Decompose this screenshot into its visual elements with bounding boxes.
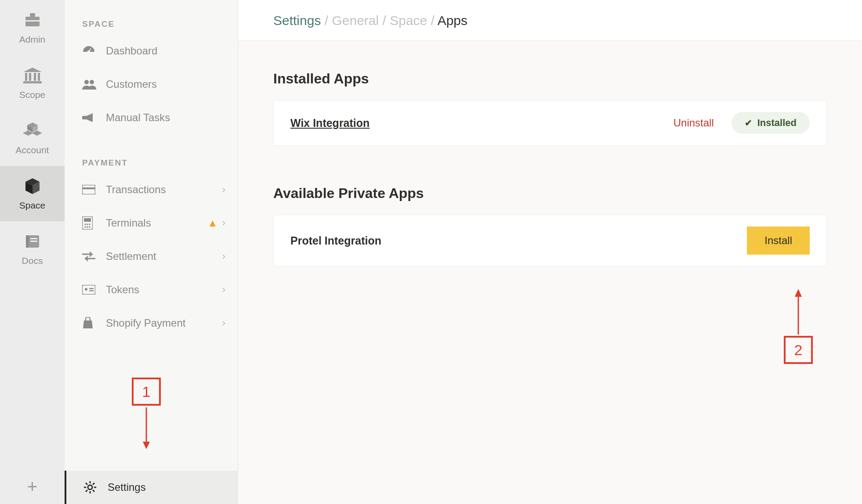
breadcrumb-sep: / [325, 13, 328, 28]
idcard-icon [82, 285, 101, 295]
heading-installed: Installed Apps [273, 71, 827, 87]
gauge-icon [82, 45, 101, 57]
rail-add-button[interactable]: + [0, 469, 65, 504]
rail-item-account[interactable]: Account [0, 111, 65, 166]
bag-icon [82, 317, 101, 329]
breadcrumb-sep: / [383, 13, 386, 28]
book-icon [24, 231, 41, 252]
briefcase-icon [24, 10, 41, 31]
svg-point-40 [88, 485, 92, 490]
breadcrumb-mid[interactable]: Space [390, 13, 427, 28]
annotation-2: 2 [784, 336, 813, 364]
rail-item-space[interactable]: Space [0, 166, 65, 221]
rail-item-scope[interactable]: Scope [0, 55, 65, 111]
sidebar-label: Shopify Payment [101, 317, 222, 329]
annotation-1: 1 [132, 378, 161, 406]
app-name[interactable]: Wix Integration [290, 117, 369, 130]
svg-rect-29 [84, 218, 91, 222]
sidebar-label: Customers [101, 78, 225, 90]
sidebar-item-manual-tasks[interactable]: Manual Tasks [65, 101, 238, 134]
chevron-right-icon: › [222, 284, 225, 295]
chevron-right-icon: › [222, 184, 225, 195]
svg-line-45 [86, 483, 87, 485]
chevron-right-icon: › [222, 251, 225, 262]
svg-line-48 [86, 490, 87, 492]
sidebar-item-shopify[interactable]: Shopify Payment › [65, 306, 238, 340]
cube-icon [24, 176, 41, 197]
users-icon [82, 79, 101, 90]
annotation-arrow-1 [146, 407, 147, 447]
sidebar-label: Tokens [101, 284, 222, 296]
svg-rect-19 [30, 238, 37, 239]
breadcrumb-mid[interactable]: General [332, 13, 379, 28]
rail-label: Scope [19, 90, 46, 100]
svg-rect-1 [30, 13, 35, 17]
app-card-available: Protel Integration Install [273, 215, 827, 266]
sidebar-item-customers[interactable]: Customers [65, 68, 238, 101]
svg-rect-26 [82, 185, 95, 194]
terminal-icon [82, 216, 101, 230]
svg-point-35 [89, 226, 91, 228]
chevron-right-icon: › [222, 317, 225, 329]
sidebar-label: Manual Tasks [101, 112, 225, 124]
heading-available: Available Private Apps [273, 185, 827, 202]
svg-point-34 [87, 226, 88, 228]
breadcrumb-current: Apps [438, 13, 467, 28]
sidebar-item-settlement[interactable]: Settlement › [65, 240, 238, 273]
svg-rect-2 [25, 20, 40, 22]
rail-label: Space [19, 200, 46, 211]
installed-badge: ✔ Installed [732, 112, 810, 134]
install-button[interactable]: Install [747, 227, 810, 255]
sidebar-item-tokens[interactable]: Tokens › [65, 273, 238, 306]
svg-point-31 [87, 223, 88, 225]
rail-spacer [0, 277, 65, 469]
svg-rect-18 [26, 235, 29, 248]
app-card-installed: Wix Integration Uninstall ✔ Installed [273, 100, 827, 146]
svg-rect-25 [82, 116, 84, 119]
sidebar-item-settings[interactable]: Settings [65, 471, 238, 504]
content: Installed Apps Wix Integration Uninstall… [238, 41, 862, 284]
sidebar: SPACE Dashboard Customers Manual Tasks P… [65, 0, 238, 504]
uninstall-link[interactable]: Uninstall [674, 117, 714, 129]
plus-icon: + [27, 477, 37, 497]
svg-marker-3 [23, 68, 42, 72]
rail-item-admin[interactable]: Admin [0, 0, 65, 55]
svg-point-24 [90, 80, 94, 84]
warning-icon: ▲ [207, 217, 218, 229]
svg-rect-6 [34, 73, 36, 81]
svg-point-33 [84, 226, 86, 228]
svg-point-23 [84, 80, 89, 84]
rail-label: Account [16, 145, 49, 155]
svg-rect-4 [25, 73, 27, 81]
transfer-icon [82, 252, 101, 261]
rail-item-docs[interactable]: Docs [0, 221, 65, 277]
svg-rect-39 [89, 290, 94, 292]
breadcrumb-sep: / [431, 13, 435, 28]
svg-rect-8 [23, 81, 42, 83]
svg-line-47 [93, 483, 94, 485]
bank-icon [23, 65, 42, 86]
svg-rect-20 [30, 241, 37, 242]
rail-label: Admin [19, 34, 46, 45]
breadcrumb: Settings / General / Space / Apps [238, 0, 862, 41]
annotation-arrow-2 [798, 289, 799, 335]
svg-point-30 [84, 223, 86, 225]
sidebar-label: Terminals [101, 217, 207, 229]
sidebar-item-dashboard[interactable]: Dashboard [65, 34, 238, 68]
sidebar-label: Dashboard [101, 45, 225, 57]
svg-point-37 [85, 288, 87, 291]
sidebar-item-transactions[interactable]: Transactions › [65, 173, 238, 206]
sidebar-section-payment: PAYMENT [65, 134, 238, 173]
rail-label: Docs [22, 256, 43, 266]
svg-rect-27 [82, 187, 95, 189]
gear-icon [84, 481, 103, 493]
sidebar-item-terminals[interactable]: Terminals ▲ › [65, 206, 238, 240]
sidebar-label: Settings [103, 481, 225, 493]
breadcrumb-root[interactable]: Settings [273, 13, 321, 28]
sidebar-section-space: SPACE [65, 0, 238, 34]
installed-badge-label: Installed [757, 117, 797, 129]
app-name[interactable]: Protel Integration [290, 234, 381, 247]
sidebar-label: Transactions [101, 184, 222, 196]
check-icon: ✔ [745, 118, 752, 128]
bullhorn-icon [82, 112, 101, 123]
